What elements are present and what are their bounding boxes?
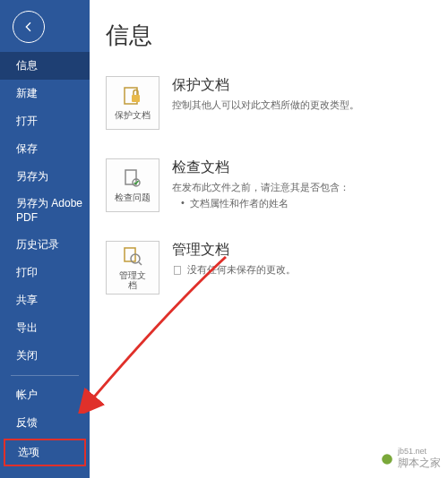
sidebar-item-account[interactable]: 帐户 [0, 381, 90, 409]
inspect-icon [122, 167, 143, 189]
section-desc: 没有任何未保存的更改。 [187, 263, 296, 277]
document-icon [172, 265, 183, 276]
sidebar-label: 导出 [16, 321, 38, 334]
watermark: jb51.net 脚本之家 [381, 447, 441, 471]
tile-label: 保护文档 [115, 110, 151, 121]
sidebar-item-saveas-pdf[interactable]: 另存为 Adobe PDF [0, 191, 90, 231]
sidebar-item-history[interactable]: 历史记录 [0, 231, 90, 259]
sidebar-label: 信息 [16, 59, 38, 72]
tile-label: 检查问题 [115, 192, 151, 203]
sidebar-divider [11, 375, 79, 376]
sidebar-label: 历史记录 [16, 238, 59, 251]
sidebar-label: 打开 [16, 115, 38, 127]
lock-shield-icon [122, 85, 143, 107]
back-button[interactable] [13, 11, 45, 43]
backstage-sidebar: 信息 新建 打开 保存 另存为 另存为 Adobe PDF 历史记录 打印 共享… [0, 0, 90, 478]
section-manage: 管理文 档 管理文档 没有任何未保存的更改。 [106, 241, 448, 294]
svg-rect-1 [132, 95, 140, 102]
section-protect: 保护文档 保护文档 控制其他人可以对此文档所做的更改类型。 [106, 76, 448, 130]
sidebar-label: 新建 [16, 87, 38, 99]
section-title: 管理文档 [172, 241, 439, 260]
sidebar-item-print[interactable]: 打印 [0, 259, 90, 286]
sidebar-label: 帐户 [16, 388, 38, 401]
section-desc: 控制其他人可以对此文档所做的更改类型。 [172, 98, 439, 113]
svg-rect-2 [125, 170, 136, 184]
inspect-bullet: 文档属性和作者的姓名 [181, 197, 439, 210]
sidebar-item-close[interactable]: 关闭 [0, 342, 90, 370]
tile-label: 管理文 档 [119, 270, 146, 291]
check-issues-tile[interactable]: 检查问题 [106, 158, 159, 212]
watermark-text: 脚本之家 [398, 456, 441, 471]
section-title: 保护文档 [172, 76, 439, 95]
sidebar-label: 反馈 [16, 416, 38, 429]
sidebar-item-info[interactable]: 信息 [0, 52, 90, 80]
sidebar-label: 选项 [18, 446, 39, 458]
sidebar-item-export[interactable]: 导出 [0, 314, 90, 342]
section-title: 检查文档 [172, 158, 439, 177]
sidebar-item-save[interactable]: 保存 [0, 135, 90, 163]
sidebar-item-share[interactable]: 共享 [0, 286, 90, 314]
section-desc: 在发布此文件之前，请注意其是否包含： [172, 181, 439, 195]
sidebar-item-feedback[interactable]: 反馈 [0, 409, 90, 437]
sidebar-menu: 信息 新建 打开 保存 另存为 另存为 Adobe PDF 历史记录 打印 共享… [0, 52, 90, 478]
sidebar-item-open[interactable]: 打开 [0, 107, 90, 135]
sidebar-label: 打印 [16, 266, 38, 278]
manage-document-tile[interactable]: 管理文 档 [106, 241, 159, 294]
sidebar-item-new[interactable]: 新建 [0, 80, 90, 107]
unsaved-changes-line: 没有任何未保存的更改。 [172, 263, 439, 277]
svg-rect-7 [175, 266, 181, 274]
main-panel: 信息 保护文档 保护文档 控制其他人可以对此文档所做的更改类型。 检查问题 检查… [90, 0, 448, 478]
protect-document-tile[interactable]: 保护文档 [106, 76, 159, 130]
sidebar-label: 另存为 [16, 170, 48, 183]
section-inspect: 检查问题 检查文档 在发布此文件之前，请注意其是否包含： 文档属性和作者的姓名 [106, 158, 448, 212]
manage-doc-icon [122, 245, 143, 267]
watermark-url: jb51.net [398, 447, 441, 456]
watermark-logo-icon [381, 453, 393, 465]
sidebar-item-options[interactable]: 选项 [4, 439, 86, 466]
sidebar-label: 共享 [16, 294, 38, 306]
sidebar-label: 保存 [16, 142, 38, 155]
svg-point-8 [382, 454, 392, 465]
sidebar-label: 关闭 [16, 349, 38, 362]
sidebar-item-saveas[interactable]: 另存为 [0, 163, 90, 191]
sidebar-label: 另存为 Adobe PDF [16, 197, 82, 224]
page-title: 信息 [106, 20, 448, 51]
svg-line-6 [139, 262, 142, 265]
